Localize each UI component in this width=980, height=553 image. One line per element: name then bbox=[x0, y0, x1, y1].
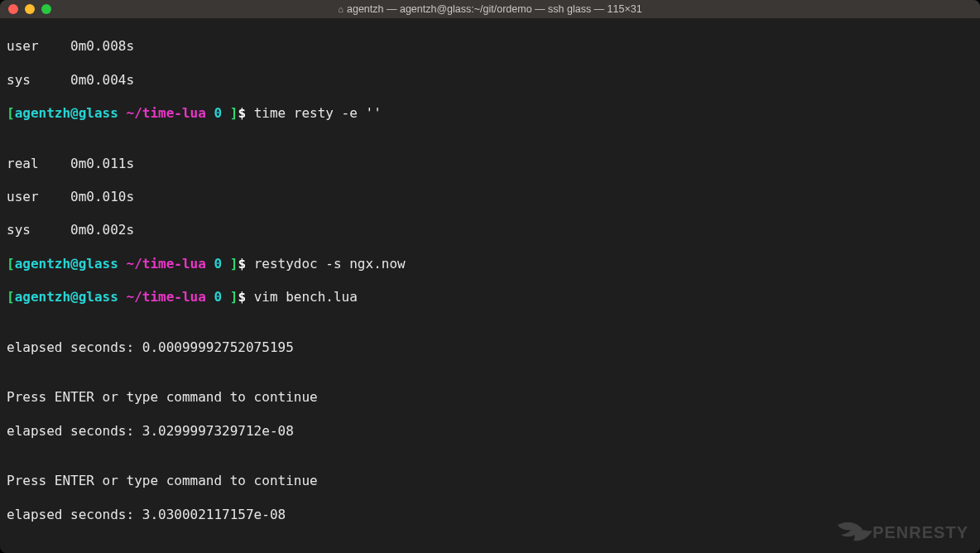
output-line: user 0m0.008s bbox=[7, 38, 973, 55]
cwd-path: ~/time-lua bbox=[118, 256, 206, 272]
prompt-line: [agentzh@glass ~/time-lua 0 ]$ time rest… bbox=[7, 105, 973, 122]
bracket-open: [ bbox=[7, 105, 15, 121]
close-icon[interactable] bbox=[8, 4, 18, 14]
bracket-close: ] bbox=[222, 256, 238, 272]
user-host: agentzh@glass bbox=[15, 256, 118, 272]
watermark-text: PENRESTY bbox=[872, 524, 968, 541]
output-line: elapsed seconds: 0.00099992752075195 bbox=[7, 339, 973, 356]
bracket-open: [ bbox=[7, 289, 15, 305]
window-title-text: agentzh — agentzh@glass:~/git/ordemo — s… bbox=[347, 3, 642, 15]
window-controls bbox=[8, 4, 51, 14]
window-title: ⌂ agentzh — agentzh@glass:~/git/ordemo —… bbox=[0, 3, 980, 15]
output-line: sys 0m0.002s bbox=[7, 222, 973, 238]
bracket-close: ] bbox=[222, 105, 238, 121]
bird-icon bbox=[836, 520, 874, 545]
svg-point-0 bbox=[862, 527, 865, 530]
prompt-dollar: $ bbox=[238, 105, 253, 121]
prompt-line: [agentzh@glass ~/time-lua 0 ]$ vim bench… bbox=[7, 289, 973, 305]
user-host: agentzh@glass bbox=[15, 105, 118, 121]
output-line: user 0m0.010s bbox=[7, 189, 973, 205]
bracket-open: [ bbox=[7, 256, 15, 272]
exit-code: 0 bbox=[206, 105, 222, 121]
prompt-dollar: $ bbox=[238, 289, 253, 305]
maximize-icon[interactable] bbox=[41, 4, 51, 14]
terminal-body[interactable]: user 0m0.008s sys 0m0.004s [agentzh@glas… bbox=[0, 18, 980, 553]
titlebar: ⌂ agentzh — agentzh@glass:~/git/ordemo —… bbox=[0, 0, 980, 18]
output-line: Press ENTER or type command to continue bbox=[7, 389, 973, 406]
prompt-dollar: $ bbox=[238, 256, 253, 272]
prompt-line: [agentzh@glass ~/time-lua 0 ]$ restydoc … bbox=[7, 256, 973, 272]
exit-code: 0 bbox=[206, 256, 222, 272]
output-line: Press ENTER or type command to continue bbox=[7, 473, 973, 489]
exit-code: 0 bbox=[206, 289, 222, 305]
command-text: time resty -e '' bbox=[254, 105, 382, 121]
output-line: elapsed seconds: 3.030002117157e-08 bbox=[7, 507, 973, 523]
cwd-path: ~/time-lua bbox=[118, 289, 206, 305]
output-line: elapsed seconds: 3.0299997329712e-08 bbox=[7, 423, 973, 440]
command-text: vim bench.lua bbox=[254, 289, 358, 305]
command-text: restydoc -s ngx.now bbox=[254, 256, 406, 272]
user-host: agentzh@glass bbox=[15, 289, 118, 305]
output-line: sys 0m0.004s bbox=[7, 72, 973, 89]
home-icon: ⌂ bbox=[338, 4, 343, 14]
openresty-watermark: PENRESTY bbox=[836, 520, 968, 545]
output-line: real 0m0.011s bbox=[7, 156, 973, 172]
minimize-icon[interactable] bbox=[25, 4, 35, 14]
bracket-close: ] bbox=[222, 289, 238, 305]
cwd-path: ~/time-lua bbox=[118, 105, 206, 121]
terminal-window: ⌂ agentzh — agentzh@glass:~/git/ordemo —… bbox=[0, 0, 980, 553]
